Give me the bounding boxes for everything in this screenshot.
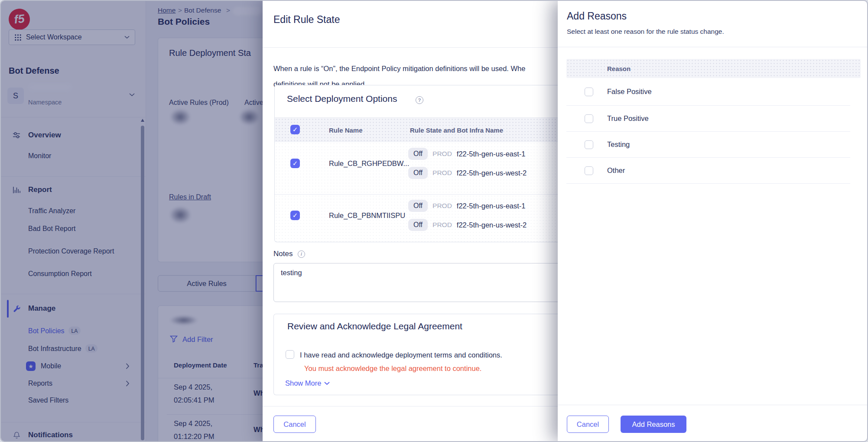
legal-agreement-card: Review and Acknowledge Legal Agreement I…: [273, 314, 573, 395]
panel-title: Add Reasons: [567, 10, 627, 22]
help-icon[interactable]: ?: [416, 96, 423, 104]
legal-error-message: You must acknowledge the legal agreement…: [304, 364, 481, 373]
rule-infra-name: f22-5th-gen-us-west-2: [457, 169, 527, 177]
cancel-button[interactable]: Cancel: [567, 416, 609, 433]
rule-env: PROD: [432, 150, 452, 158]
col-rule-state: Rule State and Bot Infra Name: [410, 127, 503, 134]
show-more-label: Show More: [285, 379, 321, 387]
row-divider: [566, 183, 850, 184]
notes-label: Notes: [273, 250, 293, 258]
rule-infra-name: f22-5th-gen-us-east-1: [457, 150, 526, 158]
rule-env: PROD: [432, 202, 452, 210]
reason-row[interactable]: Other: [566, 158, 861, 184]
reason-checkbox[interactable]: [585, 114, 593, 123]
reason-label: False Positive: [607, 88, 652, 96]
rule-row[interactable]: ✓ Rule_CB_RGHPEDBW... Off PROD f22-5th-g…: [275, 142, 574, 194]
cancel-button[interactable]: Cancel: [273, 416, 316, 433]
rule-state-pill: Off: [408, 167, 428, 179]
modal-description-line1: When a rule is “On”, the Endpoint Policy…: [273, 65, 525, 73]
rule-env: PROD: [432, 221, 452, 229]
app-window: f5 Select Workspace Bot Defense S Namesp…: [0, 0, 868, 442]
reason-label: True Positive: [607, 114, 649, 123]
reason-checkbox[interactable]: [585, 166, 593, 175]
rule-row[interactable]: ✓ Rule_CB_PBNMTIISPU Off PROD f22-5th-ge…: [275, 195, 574, 243]
legal-heading: Review and Acknowledge Legal Agreement: [287, 321, 462, 332]
panel-divider: [558, 47, 868, 47]
reason-row[interactable]: True Positive: [566, 106, 861, 132]
panel-footer-divider: [558, 405, 868, 405]
reason-checkbox[interactable]: [585, 140, 593, 149]
select-all-checkbox[interactable]: ✓: [290, 125, 300, 134]
rule-checkbox[interactable]: ✓: [290, 211, 300, 220]
col-rule-name: Rule Name: [329, 127, 363, 134]
reason-row[interactable]: Testing: [566, 132, 861, 158]
rule-name: Rule_CB_RGHPEDBW...: [329, 159, 409, 168]
notes-textarea[interactable]: testing: [273, 263, 572, 302]
rule-infra-name: f22-5th-gen-us-west-2: [457, 221, 527, 229]
legal-checkbox[interactable]: [286, 350, 294, 359]
modal-title: Edit Rule State: [273, 14, 340, 26]
info-icon[interactable]: i: [298, 250, 305, 258]
rule-name: Rule_CB_PBNMTIISPU: [329, 211, 405, 220]
rule-env: PROD: [432, 169, 452, 177]
modal-divider: [263, 47, 586, 48]
reason-label: Testing: [607, 140, 630, 149]
reason-label: Other: [607, 166, 625, 175]
rule-state-pill: Off: [408, 200, 428, 212]
chevron-down-icon: [324, 381, 330, 385]
reason-row[interactable]: False Positive: [566, 78, 861, 106]
rule-infra-name: f22-5th-gen-us-east-1: [457, 202, 526, 210]
rule-checkbox[interactable]: ✓: [290, 159, 300, 168]
modal-footer-divider: [263, 406, 586, 406]
edit-rule-state-modal: Edit Rule State When a rule is “On”, the…: [263, 1, 586, 442]
reason-checkbox[interactable]: [585, 88, 593, 96]
rule-state-pill: Off: [408, 148, 428, 160]
deployment-options-heading: Select Deployment Options: [287, 94, 397, 104]
deployment-options-card: Select Deployment Options ? ✓ Rule Name …: [274, 85, 573, 242]
show-more-link[interactable]: Show More: [285, 379, 330, 387]
panel-subtitle: Select at least one reason for the rule …: [567, 28, 724, 36]
col-reason: Reason: [607, 65, 631, 72]
legal-checkbox-label[interactable]: I have read and acknowledge deployment t…: [300, 351, 502, 359]
add-reasons-button[interactable]: Add Reasons: [621, 416, 686, 433]
rule-state-pill: Off: [408, 219, 428, 231]
add-reasons-panel: Add Reasons Select at least one reason f…: [558, 1, 867, 441]
